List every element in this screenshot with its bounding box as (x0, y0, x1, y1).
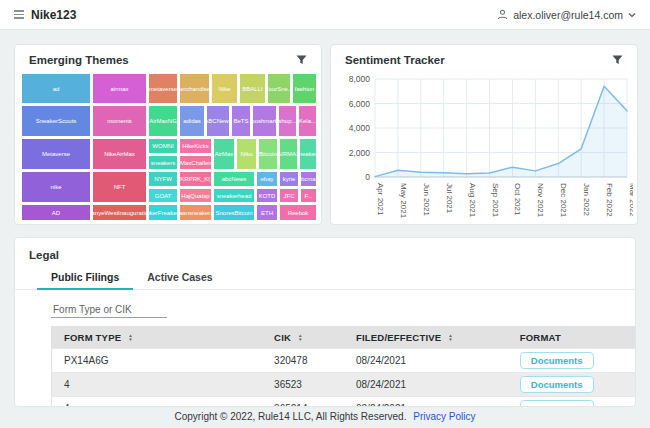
treemap-tile[interactable]: NFT (92, 171, 147, 203)
svg-text:6,000: 6,000 (349, 99, 371, 109)
treemap-tile[interactable]: Metaverse (21, 138, 91, 170)
tab-public-filings[interactable]: Public Filings (37, 268, 133, 289)
treemap-tile[interactable]: Sneakerly (299, 138, 317, 170)
sort-icon[interactable]: ▲▼ (448, 334, 453, 342)
treemap-tile[interactable]: BBALLI (239, 73, 266, 104)
svg-text:8,000: 8,000 (349, 74, 371, 84)
svg-text:0: 0 (365, 172, 370, 182)
copyright-text: Copyright © 2022, Rule14 LLC, All Rights… (175, 411, 407, 422)
sort-icon[interactable]: ▲▼ (298, 334, 303, 342)
treemap-tile[interactable]: adidas (179, 105, 205, 137)
treemap-tile[interactable]: ETH (256, 204, 278, 221)
treemap-tile[interactable]: Niko (236, 138, 257, 170)
filter-icon[interactable] (296, 55, 307, 65)
svg-text:4,000: 4,000 (349, 123, 371, 133)
column-header-filed-effective[interactable]: FILED/EFFECTIVE▲▼ (344, 327, 508, 349)
treemap-tile[interactable]: BeTS (231, 105, 251, 137)
sentiment-tracker-title: Sentiment Tracker (345, 54, 445, 66)
filter-icon[interactable] (612, 55, 623, 65)
sort-icon[interactable]: ▲▼ (128, 334, 133, 342)
documents-button[interactable]: Documents (520, 400, 594, 407)
treemap-tile[interactable]: GOAT (148, 188, 178, 203)
column-header-cik[interactable]: CIK▲▼ (262, 327, 344, 349)
documents-button[interactable]: Documents (520, 376, 594, 393)
treemap-tile[interactable]: kyrie (279, 171, 299, 187)
treemap-tile[interactable]: moments (92, 105, 147, 137)
treemap-tile[interactable]: KanyeWestInauguration (92, 204, 147, 221)
table-cell: 365214 (262, 397, 344, 408)
treemap-tile[interactable]: Reebok (279, 204, 317, 221)
menu-icon[interactable] (14, 10, 24, 19)
treemap-tile[interactable]: ebay (256, 171, 278, 187)
svg-text:Dec 2021: Dec 2021 (559, 183, 568, 218)
user-menu[interactable]: alex.oliver@rule14.com (497, 9, 636, 21)
treemap-tile[interactable]: Kela... (298, 105, 317, 137)
filings-header-row: FORM TYPE▲▼CIK▲▼FILED/EFFECTIVE▲▼FORMAT (52, 327, 637, 349)
treemap-tile[interactable]: airmax (92, 73, 147, 104)
table-cell: 08/24/2021 (344, 373, 508, 397)
svg-text:Mar 2022: Mar 2022 (628, 183, 633, 217)
legal-card: Legal Public Filings Active Cases FORM T… (14, 237, 636, 407)
treemap-tile[interactable]: YourSne... (267, 73, 291, 104)
treemap-tile[interactable]: KOTD (256, 188, 278, 203)
treemap-tile[interactable]: poshmark (252, 105, 277, 137)
table-cell-format: Documents (508, 349, 636, 373)
treemap-tile[interactable]: HajQualap (179, 188, 212, 203)
svg-text:Jun 2021: Jun 2021 (422, 183, 431, 216)
svg-text:Sep 2021: Sep 2021 (491, 183, 500, 218)
table-cell: 08/24/2021 (344, 397, 508, 408)
user-icon (497, 9, 508, 20)
treemap-tile[interactable]: yaansneaker... (179, 204, 212, 221)
svg-text:2,000: 2,000 (349, 148, 371, 158)
treemap-tile[interactable]: NikeAirMax (92, 138, 147, 170)
treemap-tile[interactable]: sneakerhead (213, 188, 255, 203)
user-email: alex.oliver@rule14.com (513, 9, 623, 21)
treemap-tile[interactable]: AIRMAX (279, 138, 298, 170)
svg-text:Feb 2022: Feb 2022 (605, 183, 614, 217)
treemap-tile[interactable]: shop... (278, 105, 297, 137)
brand-title: Nike123 (31, 8, 76, 22)
sentiment-chart: 02,0004,0006,0008,000Apr 2021May 2021Jun… (337, 73, 633, 221)
column-header-form-type[interactable]: FORM TYPE▲▼ (52, 327, 263, 349)
form-type-cik-input[interactable] (51, 302, 167, 318)
treemap-tile[interactable]: abcNews (213, 171, 255, 187)
treemap-tile[interactable]: sneakers (148, 155, 178, 170)
treemap-tile[interactable]: abcmart (300, 171, 317, 187)
treemap-tile[interactable]: ABCNews (206, 105, 230, 137)
footer: Copyright © 2022, Rule14 LLC, All Rights… (0, 411, 650, 422)
emerging-themes-card: Emerging Themes adairmaxmetaversemerchan… (14, 44, 322, 225)
treemap-tile[interactable]: AirMaxNG (148, 105, 178, 137)
privacy-policy-link[interactable]: Privacy Policy (413, 411, 475, 422)
treemap-tile[interactable]: F... (300, 188, 317, 203)
svg-text:Aug 2021: Aug 2021 (468, 183, 477, 218)
treemap-tile[interactable]: AirMax (213, 138, 235, 170)
treemap-tile[interactable]: SNKRPRK_KI_KI (179, 171, 212, 187)
tab-active-cases[interactable]: Active Cases (133, 268, 226, 289)
sentiment-tracker-card: Sentiment Tracker 02,0004,0006,0008,000A… (330, 44, 638, 225)
svg-text:Apr 2021: Apr 2021 (376, 183, 385, 216)
svg-text:Jul 2021: Jul 2021 (445, 183, 454, 214)
treemap-tile[interactable]: SneakerFreakerFam (148, 204, 178, 221)
treemap-tile[interactable]: NYFW (148, 171, 178, 187)
treemap-tile[interactable]: fashion (292, 73, 317, 104)
treemap-tile[interactable]: nike (21, 171, 91, 203)
treemap-tile[interactable]: Bitcoin (258, 138, 278, 170)
svg-text:Jan 2022: Jan 2022 (582, 183, 591, 216)
treemap-tile[interactable]: metaverse (148, 73, 178, 104)
treemap-tile[interactable]: AD (21, 204, 91, 221)
svg-text:Oct 2021: Oct 2021 (513, 183, 522, 216)
treemap-tile[interactable]: merchandises (179, 73, 210, 104)
treemap-tile[interactable]: SneakerScouts (21, 105, 91, 137)
treemap-tile[interactable]: WOMNI (148, 138, 178, 154)
treemap-tile[interactable]: JFC (279, 188, 299, 203)
treemap-tile[interactable]: HikeKicks (179, 138, 212, 154)
documents-button[interactable]: Documents (520, 352, 594, 369)
treemap-tile[interactable]: SnoresBitcoin (213, 204, 255, 221)
treemap-tile[interactable]: Nike (211, 73, 238, 104)
table-cell: 320478 (262, 349, 344, 373)
treemap-tile[interactable]: ad (21, 73, 91, 104)
top-bar: Nike123 alex.oliver@rule14.com (0, 0, 650, 30)
column-header-format: FORMAT (508, 327, 636, 349)
svg-text:Nov 2021: Nov 2021 (536, 183, 545, 218)
treemap-tile[interactable]: AirMaxChallenge (179, 155, 212, 170)
